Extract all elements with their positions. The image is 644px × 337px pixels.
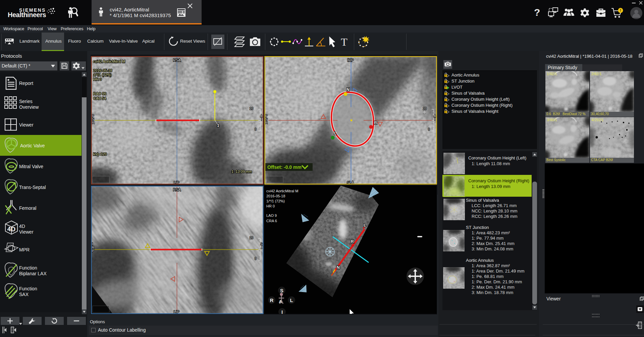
svg-text:R: R (92, 121, 94, 125)
svg-text:N: N (346, 87, 350, 92)
svg-text:RSA: RSA (173, 188, 181, 192)
svg-text:3/90/1: 3/90/1 (547, 118, 557, 122)
svg-text:R: R (270, 297, 274, 303)
svg-text:R: R (265, 121, 268, 125)
svg-text:4/292/1: 4/292/1 (591, 118, 604, 122)
svg-text:RAO 99: RAO 99 (93, 92, 106, 96)
svg-text:cvi42 AorticMitral M: cvi42 AorticMitral M (93, 59, 125, 63)
svg-text:L: L (290, 297, 293, 303)
svg-text:HR 0: HR 0 (93, 77, 102, 81)
svg-text:HR 0: HR 0 (266, 204, 275, 208)
svg-text:IRP: IRP (347, 58, 354, 62)
svg-text:kVp 120: kVp 120 (93, 152, 107, 156)
svg-text:1/92/1: 1/92/1 (547, 72, 557, 76)
svg-text:1: 13.09 mm: 1: 13.09 mm (231, 170, 252, 174)
svg-text:A: A (279, 299, 282, 304)
svg-text:2/82/1: 2/82/1 (591, 72, 602, 76)
svg-text:4D: 4D (7, 226, 15, 233)
svg-text:I: I (434, 117, 435, 121)
svg-text:1/*/1 (72%): 1/*/1 (72%) (266, 199, 285, 203)
svg-text:I: I (281, 309, 283, 315)
svg-text:0: 0 (255, 257, 257, 260)
svg-text:2016-05-18: 2016-05-18 (93, 68, 112, 73)
svg-text:0: 0 (255, 128, 257, 131)
svg-text:1/*/1 (72%): 1/*/1 (72%) (93, 73, 112, 77)
svg-text:2016-05-18: 2016-05-18 (266, 194, 285, 198)
svg-text:10: 10 (423, 107, 427, 110)
svg-text:R: R (374, 121, 377, 125)
svg-text:N: N (337, 265, 340, 270)
svg-text:10: 10 (250, 107, 254, 110)
svg-text:0: 0 (428, 128, 430, 131)
svg-text:I: I (261, 117, 262, 121)
svg-text:LIP: LIP (174, 310, 179, 314)
svg-text:Offset: -0.0 mm: Offset: -0.0 mm (267, 164, 302, 170)
svg-text:L: L (364, 223, 366, 228)
svg-text:P: P (92, 249, 94, 253)
svg-text:!: ! (620, 8, 621, 12)
svg-text:R: R (351, 239, 354, 244)
svg-text:LAO 9: LAO 9 (266, 213, 277, 218)
svg-text:cvi42 AorticMitral M: cvi42 AorticMitral M (266, 189, 298, 193)
svg-text:L: L (334, 131, 336, 136)
svg-text:CAU 54: CAU 54 (93, 96, 106, 100)
svg-text:10: 10 (250, 236, 254, 240)
svg-text:RSA: RSA (173, 58, 181, 62)
svg-text:CRA 6: CRA 6 (266, 219, 277, 223)
svg-text:1: 1 (217, 123, 219, 128)
svg-text:S: S (280, 288, 283, 293)
